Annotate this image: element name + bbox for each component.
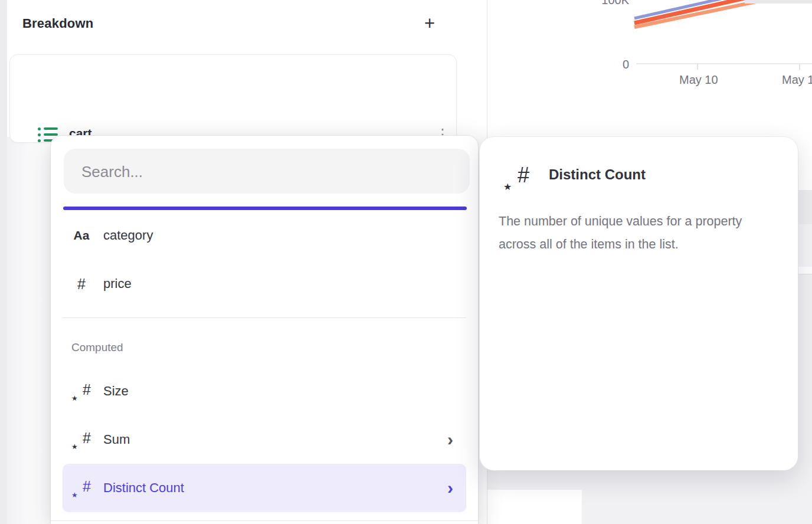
- y-axis-label-0: 0: [594, 58, 629, 71]
- dropdown-item-label: Size: [103, 367, 129, 415]
- dropdown-item-label: Distinct Count: [103, 464, 184, 512]
- chevron-right-icon: ›: [447, 464, 453, 512]
- y-axis-label-100k: 100K: [594, 0, 629, 7]
- text-type-icon: Aa: [68, 211, 94, 260]
- dropdown-item-size[interactable]: #★ Size: [51, 367, 478, 415]
- search-input[interactable]: [80, 149, 460, 195]
- dropdown-item-sum[interactable]: #★ Sum ›: [51, 415, 478, 464]
- popover-title: Distinct Count: [549, 166, 646, 183]
- breakdown-cart-card: cart ⋮ Aa brand: [9, 54, 457, 143]
- panel-background: [7, 137, 52, 524]
- selected-item-indicator: [63, 207, 467, 210]
- number-type-icon: #: [68, 260, 94, 308]
- dropdown-item-distinct-count[interactable]: #★ Distinct Count ›: [63, 464, 466, 512]
- distinct-count-info-popover: #★ Distinct Count The number of unique v…: [480, 137, 798, 470]
- add-breakdown-button[interactable]: +: [419, 13, 440, 34]
- x-axis-label-may10: May 10: [679, 73, 718, 87]
- x-axis-line: [636, 63, 812, 64]
- dropdown-divider: [63, 317, 466, 318]
- computed-number-icon: #★: [68, 415, 94, 464]
- dropdown-item-category[interactable]: Aa category: [51, 211, 478, 260]
- x-axis-tick: [799, 64, 800, 70]
- computed-number-icon: #★: [68, 367, 94, 415]
- page-left-gutter: [0, 0, 7, 524]
- dropdown-item-label: price: [103, 260, 132, 308]
- property-dropdown: Aa category # price Computed #★ Size #★ …: [51, 136, 478, 524]
- search-box: [64, 149, 470, 194]
- x-axis-label-may12: May 12: [782, 73, 812, 87]
- dropdown-divider: [51, 520, 478, 521]
- dropdown-item-price[interactable]: # price: [51, 260, 478, 308]
- computed-section-label: Computed: [71, 341, 123, 354]
- computed-number-icon: #★: [506, 163, 532, 189]
- background-cell: [487, 490, 582, 524]
- chart-lines: [487, 0, 812, 133]
- computed-number-icon: #★: [68, 464, 94, 512]
- popover-description: The number of unique values for a proper…: [499, 210, 779, 256]
- breakdown-section-title: Breakdown: [22, 16, 93, 31]
- chevron-right-icon: ›: [447, 415, 453, 464]
- line-chart-panel: 100K 0 May 10 May 12: [487, 0, 812, 133]
- x-axis-tick: [697, 64, 698, 70]
- dropdown-item-label: Sum: [103, 415, 130, 464]
- dropdown-item-label: category: [103, 211, 153, 260]
